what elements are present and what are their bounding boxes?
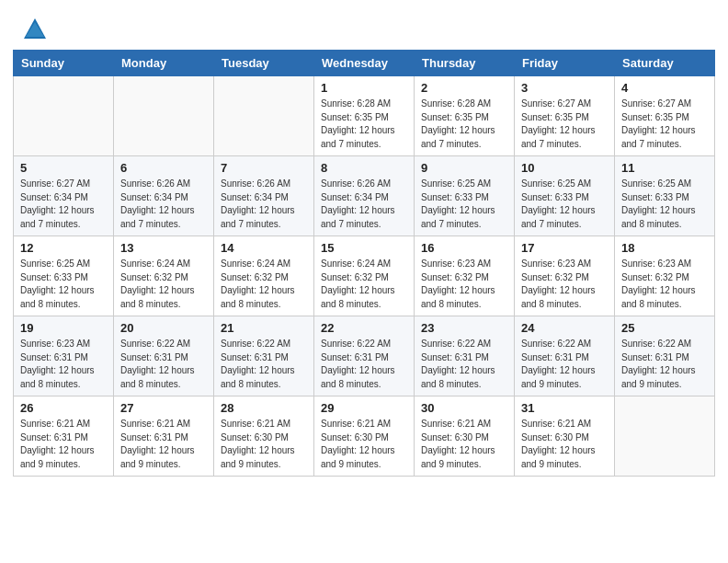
week-row-1: 5Sunrise: 6:27 AM Sunset: 6:34 PM Daylig… bbox=[14, 156, 715, 236]
day-info: Sunrise: 6:22 AM Sunset: 6:31 PM Dayligh… bbox=[321, 338, 407, 391]
day-info: Sunrise: 6:22 AM Sunset: 6:31 PM Dayligh… bbox=[120, 338, 207, 391]
day-info: Sunrise: 6:27 AM Sunset: 6:35 PM Dayligh… bbox=[621, 98, 708, 151]
day-number: 24 bbox=[521, 321, 608, 335]
day-info: Sunrise: 6:22 AM Sunset: 6:31 PM Dayligh… bbox=[421, 338, 507, 391]
day-info: Sunrise: 6:25 AM Sunset: 6:33 PM Dayligh… bbox=[621, 178, 708, 231]
week-row-4: 26Sunrise: 6:21 AM Sunset: 6:31 PM Dayli… bbox=[14, 396, 715, 477]
calendar-cell: 30Sunrise: 6:21 AM Sunset: 6:30 PM Dayli… bbox=[415, 396, 515, 477]
day-info: Sunrise: 6:26 AM Sunset: 6:34 PM Dayligh… bbox=[321, 178, 407, 231]
day-number: 25 bbox=[621, 321, 708, 335]
day-number: 1 bbox=[321, 81, 407, 95]
calendar-cell: 31Sunrise: 6:21 AM Sunset: 6:30 PM Dayli… bbox=[515, 396, 615, 477]
day-info: Sunrise: 6:21 AM Sunset: 6:30 PM Dayligh… bbox=[321, 418, 407, 471]
calendar-cell: 27Sunrise: 6:21 AM Sunset: 6:31 PM Dayli… bbox=[114, 396, 214, 477]
calendar-cell: 5Sunrise: 6:27 AM Sunset: 6:34 PM Daylig… bbox=[14, 156, 114, 236]
day-info: Sunrise: 6:24 AM Sunset: 6:32 PM Dayligh… bbox=[120, 258, 207, 311]
day-info: Sunrise: 6:26 AM Sunset: 6:34 PM Dayligh… bbox=[221, 178, 307, 231]
day-number: 22 bbox=[321, 321, 407, 335]
day-info: Sunrise: 6:25 AM Sunset: 6:33 PM Dayligh… bbox=[20, 258, 107, 311]
week-row-0: 1Sunrise: 6:28 AM Sunset: 6:35 PM Daylig… bbox=[14, 76, 715, 156]
calendar-cell: 17Sunrise: 6:23 AM Sunset: 6:32 PM Dayli… bbox=[515, 236, 615, 316]
day-number: 15 bbox=[321, 241, 407, 255]
calendar-table: SundayMondayTuesdayWednesdayThursdayFrid… bbox=[13, 50, 715, 477]
day-number: 12 bbox=[20, 241, 107, 255]
day-number: 14 bbox=[221, 241, 307, 255]
calendar-cell: 14Sunrise: 6:24 AM Sunset: 6:32 PM Dayli… bbox=[214, 236, 314, 316]
header-cell-tuesday: Tuesday bbox=[214, 51, 314, 76]
day-number: 29 bbox=[321, 401, 407, 415]
day-number: 2 bbox=[421, 81, 507, 95]
calendar-cell: 16Sunrise: 6:23 AM Sunset: 6:32 PM Dayli… bbox=[415, 236, 515, 316]
day-number: 7 bbox=[221, 161, 307, 175]
day-number: 5 bbox=[20, 161, 107, 175]
calendar-cell bbox=[615, 396, 715, 477]
calendar-cell: 1Sunrise: 6:28 AM Sunset: 6:35 PM Daylig… bbox=[314, 76, 415, 156]
calendar-cell: 8Sunrise: 6:26 AM Sunset: 6:34 PM Daylig… bbox=[314, 156, 415, 236]
calendar-cell: 10Sunrise: 6:25 AM Sunset: 6:33 PM Dayli… bbox=[515, 156, 615, 236]
day-info: Sunrise: 6:27 AM Sunset: 6:34 PM Dayligh… bbox=[20, 178, 107, 231]
day-info: Sunrise: 6:25 AM Sunset: 6:33 PM Dayligh… bbox=[421, 178, 507, 231]
day-info: Sunrise: 6:21 AM Sunset: 6:31 PM Dayligh… bbox=[20, 418, 107, 471]
calendar-cell: 25Sunrise: 6:22 AM Sunset: 6:31 PM Dayli… bbox=[615, 316, 715, 396]
calendar-cell: 28Sunrise: 6:21 AM Sunset: 6:30 PM Dayli… bbox=[214, 396, 314, 477]
day-number: 18 bbox=[621, 241, 708, 255]
header-cell-sunday: Sunday bbox=[14, 51, 114, 76]
page-header bbox=[0, 0, 728, 50]
day-number: 27 bbox=[120, 401, 207, 415]
day-number: 6 bbox=[120, 161, 207, 175]
day-info: Sunrise: 6:23 AM Sunset: 6:32 PM Dayligh… bbox=[421, 258, 507, 311]
header-cell-monday: Monday bbox=[114, 51, 214, 76]
calendar-cell: 24Sunrise: 6:22 AM Sunset: 6:31 PM Dayli… bbox=[515, 316, 615, 396]
logo bbox=[22, 17, 51, 42]
day-info: Sunrise: 6:22 AM Sunset: 6:31 PM Dayligh… bbox=[621, 338, 708, 391]
day-info: Sunrise: 6:22 AM Sunset: 6:31 PM Dayligh… bbox=[221, 338, 307, 391]
calendar-cell: 11Sunrise: 6:25 AM Sunset: 6:33 PM Dayli… bbox=[615, 156, 715, 236]
day-number: 4 bbox=[621, 81, 708, 95]
day-number: 3 bbox=[521, 81, 608, 95]
calendar-cell: 21Sunrise: 6:22 AM Sunset: 6:31 PM Dayli… bbox=[214, 316, 314, 396]
header-cell-saturday: Saturday bbox=[615, 51, 715, 76]
header-row: SundayMondayTuesdayWednesdayThursdayFrid… bbox=[14, 51, 715, 76]
calendar-cell: 6Sunrise: 6:26 AM Sunset: 6:34 PM Daylig… bbox=[114, 156, 214, 236]
calendar-cell: 20Sunrise: 6:22 AM Sunset: 6:31 PM Dayli… bbox=[114, 316, 214, 396]
calendar-cell bbox=[214, 76, 314, 156]
day-number: 8 bbox=[321, 161, 407, 175]
calendar-cell: 12Sunrise: 6:25 AM Sunset: 6:33 PM Dayli… bbox=[14, 236, 114, 316]
calendar-cell: 26Sunrise: 6:21 AM Sunset: 6:31 PM Dayli… bbox=[14, 396, 114, 477]
day-info: Sunrise: 6:23 AM Sunset: 6:32 PM Dayligh… bbox=[621, 258, 708, 311]
calendar-cell: 15Sunrise: 6:24 AM Sunset: 6:32 PM Dayli… bbox=[314, 236, 415, 316]
day-number: 16 bbox=[421, 241, 507, 255]
calendar-header: SundayMondayTuesdayWednesdayThursdayFrid… bbox=[14, 51, 715, 76]
day-info: Sunrise: 6:22 AM Sunset: 6:31 PM Dayligh… bbox=[521, 338, 608, 391]
day-info: Sunrise: 6:21 AM Sunset: 6:30 PM Dayligh… bbox=[421, 418, 507, 471]
day-info: Sunrise: 6:25 AM Sunset: 6:33 PM Dayligh… bbox=[521, 178, 608, 231]
day-number: 30 bbox=[421, 401, 507, 415]
day-number: 10 bbox=[521, 161, 608, 175]
header-cell-thursday: Thursday bbox=[415, 51, 515, 76]
calendar-wrapper: SundayMondayTuesdayWednesdayThursdayFrid… bbox=[0, 50, 728, 489]
calendar-cell: 3Sunrise: 6:27 AM Sunset: 6:35 PM Daylig… bbox=[515, 76, 615, 156]
week-row-2: 12Sunrise: 6:25 AM Sunset: 6:33 PM Dayli… bbox=[14, 236, 715, 316]
day-number: 21 bbox=[221, 321, 307, 335]
day-number: 13 bbox=[120, 241, 207, 255]
day-number: 31 bbox=[521, 401, 608, 415]
header-cell-wednesday: Wednesday bbox=[314, 51, 415, 76]
day-number: 11 bbox=[621, 161, 708, 175]
day-number: 28 bbox=[221, 401, 307, 415]
day-info: Sunrise: 6:28 AM Sunset: 6:35 PM Dayligh… bbox=[421, 98, 507, 151]
calendar-cell: 29Sunrise: 6:21 AM Sunset: 6:30 PM Dayli… bbox=[314, 396, 415, 477]
day-number: 9 bbox=[421, 161, 507, 175]
day-info: Sunrise: 6:23 AM Sunset: 6:31 PM Dayligh… bbox=[20, 338, 107, 391]
calendar-cell bbox=[14, 76, 114, 156]
calendar-cell: 13Sunrise: 6:24 AM Sunset: 6:32 PM Dayli… bbox=[114, 236, 214, 316]
day-info: Sunrise: 6:24 AM Sunset: 6:32 PM Dayligh… bbox=[221, 258, 307, 311]
calendar-cell: 18Sunrise: 6:23 AM Sunset: 6:32 PM Dayli… bbox=[615, 236, 715, 316]
day-info: Sunrise: 6:24 AM Sunset: 6:32 PM Dayligh… bbox=[321, 258, 407, 311]
calendar-cell: 19Sunrise: 6:23 AM Sunset: 6:31 PM Dayli… bbox=[14, 316, 114, 396]
day-info: Sunrise: 6:26 AM Sunset: 6:34 PM Dayligh… bbox=[120, 178, 207, 231]
day-info: Sunrise: 6:21 AM Sunset: 6:30 PM Dayligh… bbox=[221, 418, 307, 471]
day-number: 19 bbox=[20, 321, 107, 335]
calendar-body: 1Sunrise: 6:28 AM Sunset: 6:35 PM Daylig… bbox=[14, 76, 715, 477]
calendar-cell: 7Sunrise: 6:26 AM Sunset: 6:34 PM Daylig… bbox=[214, 156, 314, 236]
header-cell-friday: Friday bbox=[515, 51, 615, 76]
